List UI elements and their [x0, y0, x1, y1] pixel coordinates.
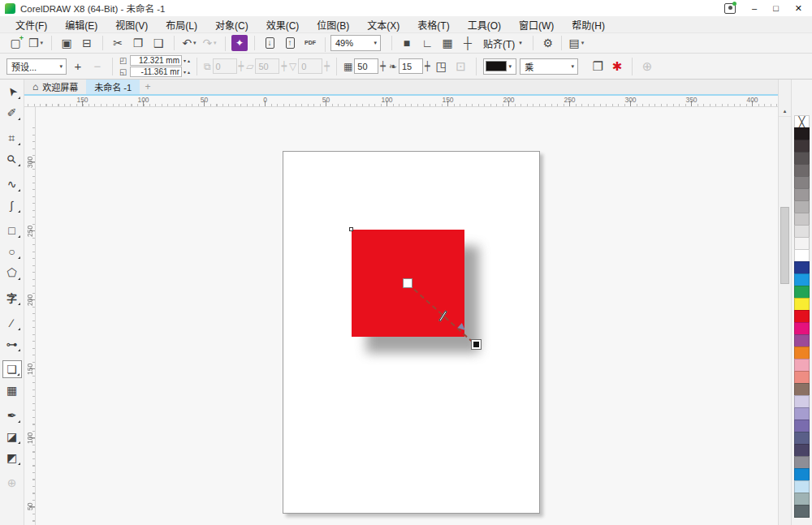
ellipse-tool[interactable]: ○ — [2, 243, 22, 260]
maximize-button[interactable]: □ — [773, 0, 779, 16]
menu-item[interactable]: 表格(T) — [408, 16, 458, 33]
transparency-tool[interactable]: ▦ — [2, 381, 22, 399]
color-swatch[interactable] — [794, 432, 810, 445]
interactive-fill-tool[interactable]: ◪ — [2, 428, 22, 445]
minimize-button[interactable]: – — [752, 0, 757, 16]
corner-node-handle[interactable] — [349, 227, 353, 231]
open-button[interactable]: ❒ ▾ — [27, 34, 45, 52]
menu-item[interactable]: 编辑(E) — [56, 16, 106, 33]
vertical-scrollbar[interactable]: ▴ — [778, 80, 791, 525]
menu-item[interactable]: 位图(B) — [308, 16, 358, 33]
remove-preset-button[interactable]: − — [89, 58, 106, 75]
spinner-icon[interactable]: ┿ — [324, 61, 330, 71]
export-button[interactable]: ↑ — [281, 34, 299, 52]
snap-to-dropdown[interactable]: 贴齐(T) ▾ — [477, 37, 529, 50]
undo-button[interactable]: ↶ ▾ — [180, 34, 198, 52]
no-color-swatch[interactable]: ╳ — [794, 115, 810, 128]
feather-direction-button[interactable]: ◳ — [434, 58, 450, 75]
shape-tool[interactable]: ✐ — [2, 104, 22, 122]
rectangle-tool[interactable]: □ — [2, 222, 22, 239]
shadow-start-handle[interactable] — [403, 278, 412, 288]
copy-shadow-properties-button[interactable]: ❐ — [590, 58, 606, 75]
feather-edges-button[interactable]: ⊡ — [453, 58, 469, 75]
color-swatch[interactable] — [794, 468, 810, 481]
new-tab-button[interactable]: + — [140, 80, 156, 94]
save-button[interactable]: ▣ — [58, 34, 76, 52]
color-swatch[interactable] — [794, 200, 810, 213]
zoom-level-combo[interactable]: 49% ▾ — [330, 35, 381, 51]
options-button[interactable]: ⚙ — [539, 34, 557, 52]
freehand-tool[interactable]: ∿ — [2, 175, 22, 193]
color-swatch[interactable] — [794, 456, 810, 469]
cut-button[interactable]: ✂ — [109, 34, 127, 52]
search-content-button[interactable]: ✦ — [231, 35, 248, 51]
chevron-down-icon[interactable]: ▾ — [184, 69, 186, 75]
menu-item[interactable]: 工具(O) — [459, 16, 510, 33]
show-grid-button[interactable]: ▦ — [438, 34, 456, 52]
redo-button[interactable]: ↷ ▾ — [201, 34, 218, 52]
text-tool[interactable]: 字 — [2, 289, 22, 307]
slider-icon[interactable]: ┿ — [380, 61, 386, 71]
color-swatch[interactable] — [794, 420, 810, 432]
color-swatch[interactable] — [794, 286, 810, 299]
shadow-offset-x-field[interactable]: 12.321 mm — [130, 55, 182, 66]
add-preset-button[interactable]: + — [70, 58, 86, 75]
shadow-color-picker[interactable]: ▾ — [483, 58, 517, 75]
color-swatch[interactable] — [794, 505, 810, 518]
color-swatch[interactable] — [794, 493, 810, 506]
color-swatch[interactable] — [794, 407, 810, 420]
shadow-offset-y-field[interactable]: -11.361 mr — [130, 67, 182, 77]
quick-customize-button[interactable]: ⊕ — [639, 58, 655, 75]
color-swatch[interactable] — [794, 213, 810, 226]
paste-button[interactable]: ❑ — [149, 34, 167, 52]
copy-button[interactable]: ❐ — [129, 34, 147, 52]
polygon-tool[interactable]: ⬠ — [2, 264, 22, 282]
close-button[interactable]: ✕ — [795, 0, 802, 16]
drop-shadow-tool[interactable]: ❏ — [2, 360, 22, 378]
merge-mode-combo[interactable]: 乘 ▾ — [520, 58, 578, 75]
menu-item[interactable]: 布局(L) — [157, 16, 206, 33]
show-guidelines-button[interactable]: ┼ — [459, 34, 477, 52]
pdf-button[interactable]: PDF — [301, 34, 319, 52]
scrollbar-thumb[interactable] — [780, 207, 789, 284]
drawing-canvas[interactable] — [36, 107, 778, 525]
color-swatch[interactable] — [794, 261, 810, 274]
smart-fill-tool[interactable]: ◩ — [2, 449, 22, 467]
show-rulers-button[interactable]: ∟ — [418, 34, 436, 52]
crop-tool[interactable]: ⌗ — [2, 129, 22, 147]
shadow-end-handle[interactable] — [471, 339, 482, 350]
chevron-up-icon[interactable]: ▴ — [188, 58, 190, 63]
account-icon[interactable] — [724, 3, 736, 14]
full-screen-preview-button[interactable]: ■ — [398, 34, 416, 52]
chevron-up-icon[interactable]: ▴ — [188, 69, 190, 75]
menu-item[interactable]: 效果(C) — [257, 16, 309, 33]
color-swatch[interactable] — [794, 298, 810, 311]
menu-item[interactable]: 文件(F) — [6, 16, 56, 33]
color-swatch[interactable] — [794, 164, 810, 177]
slider-icon[interactable]: ┿ — [425, 61, 430, 71]
menu-item[interactable]: 对象(C) — [206, 16, 257, 33]
connector-tool[interactable]: ⊶ — [2, 335, 22, 353]
curve-tool[interactable]: ∫ — [2, 196, 22, 214]
print-button[interactable]: ⊟ — [78, 34, 96, 52]
menu-item[interactable]: 视图(V) — [106, 16, 157, 33]
color-swatch[interactable] — [794, 237, 810, 250]
import-button[interactable]: ↓ — [261, 34, 279, 52]
color-swatch[interactable] — [794, 371, 810, 384]
tab-untitled-document[interactable]: 未命名 -1 — [86, 80, 140, 94]
color-swatch[interactable] — [794, 140, 810, 153]
color-swatch[interactable] — [794, 383, 810, 396]
menu-item[interactable]: 帮助(H) — [563, 16, 614, 33]
clear-shadow-button[interactable]: ✱ — [609, 58, 625, 75]
color-swatch[interactable] — [794, 152, 810, 165]
preset-combo[interactable]: 预设... ▾ — [6, 58, 67, 75]
color-swatch[interactable] — [794, 334, 810, 347]
color-swatch[interactable] — [794, 444, 810, 457]
spinner-icon[interactable]: ┿ — [239, 61, 244, 71]
chevron-down-icon[interactable]: ▾ — [184, 58, 186, 63]
eyedropper-tool[interactable]: ✒ — [2, 407, 22, 424]
color-swatch[interactable] — [794, 359, 810, 372]
color-swatch[interactable] — [794, 322, 810, 335]
color-swatch[interactable] — [794, 310, 810, 323]
color-swatch[interactable] — [794, 176, 810, 189]
